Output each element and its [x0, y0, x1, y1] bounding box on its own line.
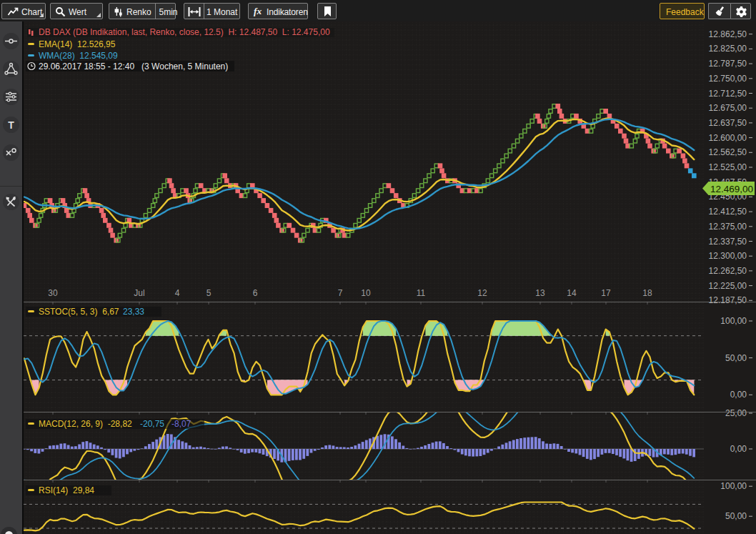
svg-text:12.675,00: 12.675,00 — [709, 103, 747, 113]
svg-text:12.525,00: 12.525,00 — [709, 162, 747, 172]
svg-text:12.600,00: 12.600,00 — [709, 133, 747, 143]
svg-text:-8,07: -8,07 — [171, 419, 192, 429]
svg-text:DB DAX (DB Indikation, last, R: DB DAX (DB Indikation, last, Renko, clos… — [39, 27, 330, 37]
svg-text:12.225,00: 12.225,00 — [709, 281, 747, 291]
svg-text:12.187,50: 12.187,50 — [709, 295, 747, 305]
svg-text:12: 12 — [477, 288, 487, 298]
svg-text:100,00: 100,00 — [720, 481, 747, 491]
svg-text:5: 5 — [207, 288, 212, 298]
svg-text:12.562,50: 12.562,50 — [709, 147, 747, 157]
svg-text:12.862,50: 12.862,50 — [709, 29, 747, 39]
svg-text:0,00: 0,00 — [730, 390, 747, 400]
svg-text:17: 17 — [601, 288, 611, 298]
svg-text:12.300,00: 12.300,00 — [709, 251, 747, 261]
svg-text:25,00: 25,00 — [725, 408, 747, 418]
svg-text:-20,75: -20,75 — [140, 419, 164, 429]
svg-text:SSTOC(5, 5, 3) 6,67: SSTOC(5, 5, 3) 6,67 — [39, 307, 119, 317]
svg-text:RSI(14) 29,84: RSI(14) 29,84 — [39, 485, 94, 495]
svg-text:13: 13 — [535, 288, 545, 298]
svg-text:11: 11 — [417, 288, 426, 298]
svg-text:12.262,50: 12.262,50 — [709, 266, 747, 276]
svg-text:T: T — [8, 119, 14, 131]
svg-text:50,00: 50,00 — [725, 511, 747, 521]
svg-text:12.412,50: 12.412,50 — [709, 207, 747, 217]
svg-text:18: 18 — [642, 288, 652, 298]
svg-text:EMA(14) 12.526,95: EMA(14) 12.526,95 — [39, 39, 116, 49]
svg-text:MACD(12, 26, 9) -28,82: MACD(12, 26, 9) -28,82 — [39, 419, 132, 429]
svg-text:7: 7 — [338, 288, 343, 298]
svg-text:10: 10 — [361, 288, 371, 298]
svg-text:4: 4 — [175, 288, 180, 298]
svg-text:Jul: Jul — [134, 288, 144, 298]
svg-text:6: 6 — [253, 288, 258, 298]
svg-text:12.469,00: 12.469,00 — [710, 184, 753, 194]
svg-text:0,00: 0,00 — [730, 444, 747, 454]
svg-text:WMA(28) 12.545,09: WMA(28) 12.545,09 — [39, 51, 118, 61]
svg-text:50,00: 50,00 — [725, 353, 747, 363]
svg-text:100,00: 100,00 — [720, 316, 747, 326]
svg-text:12.337,50: 12.337,50 — [709, 237, 747, 247]
svg-text:12.637,50: 12.637,50 — [709, 118, 747, 128]
svg-text:12.750,00: 12.750,00 — [709, 74, 747, 84]
svg-text:29.06.2017 18:55 - 12:40 (3: 29.06.2017 18:55 - 12:40 (3 Wochen, 5 Mi… — [39, 61, 228, 71]
svg-text:12.825,00: 12.825,00 — [709, 44, 747, 54]
svg-text:12.787,50: 12.787,50 — [709, 59, 747, 69]
svg-text:14: 14 — [567, 288, 577, 298]
svg-text:23,33: 23,33 — [123, 307, 144, 317]
svg-text:30: 30 — [48, 288, 58, 298]
svg-text:12.375,00: 12.375,00 — [709, 222, 747, 232]
svg-text:12.712,50: 12.712,50 — [709, 89, 747, 99]
